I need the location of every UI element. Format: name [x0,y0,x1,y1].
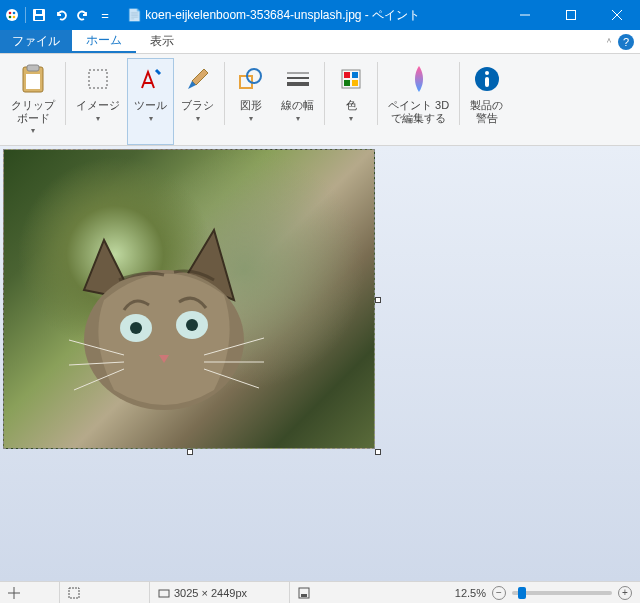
svg-rect-46 [301,594,307,597]
svg-point-4 [13,16,16,19]
brush-label: ブラシ [181,99,214,112]
help-icon[interactable]: ? [618,34,634,50]
file-size [290,582,380,603]
color-label: 色 [346,99,357,112]
separator [224,62,225,125]
zoom-slider[interactable] [512,591,612,595]
text-tool-icon [135,63,167,95]
qat-dropdown-icon[interactable]: = [97,7,113,23]
color-group[interactable]: 色 ▾ [328,58,374,145]
maximize-button[interactable] [548,0,594,30]
stroke-group[interactable]: 線の幅 ▾ [274,58,321,145]
svg-rect-25 [344,80,350,86]
cursor-position [0,582,60,603]
dropdown-icon: ▾ [149,114,153,123]
svg-rect-6 [35,16,43,20]
image-label: イメージ [76,99,120,112]
svg-point-2 [13,12,16,15]
home-tab[interactable]: ホーム [72,30,136,53]
clipboard-label: クリップ ボード [11,99,55,124]
svg-rect-26 [352,80,358,86]
undo-icon[interactable] [53,7,69,23]
resize-handle-east[interactable] [375,297,381,303]
svg-point-1 [9,12,12,15]
resize-handle-southeast[interactable] [375,449,381,455]
separator [25,7,26,23]
resize-handle-south[interactable] [187,449,193,455]
separator [377,62,378,125]
clipboard-icon [17,63,49,95]
zoom-in-button[interactable]: + [618,586,632,600]
tool-group[interactable]: ツール ▾ [127,58,174,145]
shapes-label: 図形 [240,99,262,112]
view-tab[interactable]: 表示 [136,30,188,53]
minimize-button[interactable] [502,0,548,30]
separator [65,62,66,125]
clipboard-group[interactable]: クリップ ボード ▾ [4,58,62,145]
dimensions-text: 3025 × 2449px [174,587,247,599]
stroke-label: 線の幅 [281,99,314,112]
svg-rect-29 [485,77,489,87]
ribbon-tabs: ファイル ホーム 表示 ＾ ? [0,30,640,54]
dropdown-icon: ▾ [296,114,300,123]
svg-point-28 [485,71,489,75]
svg-rect-44 [159,590,169,597]
separator [459,62,460,125]
zoom-controls: 12.5% − + [447,586,640,600]
separator [324,62,325,125]
svg-rect-15 [89,70,107,88]
dropdown-icon: ▾ [31,126,35,135]
close-button[interactable] [594,0,640,30]
selection-size [60,582,150,603]
warnings-button[interactable]: 製品の 警告 [463,58,510,145]
shapes-icon [235,63,267,95]
dropdown-icon: ▾ [349,114,353,123]
svg-point-3 [9,16,12,19]
svg-rect-43 [69,588,79,598]
svg-rect-24 [352,72,358,78]
svg-rect-14 [26,74,40,89]
image-dimensions: 3025 × 2449px [150,582,290,603]
info-icon [471,63,503,95]
dropdown-icon: ▾ [249,114,253,123]
ribbon: クリップ ボード ▾ イメージ ▾ ツール ▾ ブラシ ▾ 図形 ▾ 線の幅 ▾… [0,54,640,146]
app-icon [4,7,20,23]
window-title: 📄 koen-eijkelenboom-353684-unsplash.jpg … [117,7,502,24]
image-content [64,210,294,430]
paint3d-icon [403,63,435,95]
svg-point-32 [130,322,142,334]
shapes-group[interactable]: 図形 ▾ [228,58,274,145]
zoom-out-button[interactable]: − [492,586,506,600]
svg-point-34 [186,319,198,331]
warnings-label: 製品の 警告 [470,99,503,124]
svg-rect-7 [36,10,42,14]
color-icon [335,63,367,95]
disk-icon [298,587,310,599]
svg-point-0 [6,9,18,21]
status-bar: 3025 × 2449px 12.5% − + [0,581,640,603]
stroke-icon [282,63,314,95]
canvas-area[interactable] [0,146,640,581]
tool-label: ツール [134,99,167,112]
paint3d-button[interactable]: ペイント 3D で編集する [381,58,456,145]
select-icon [82,63,114,95]
paint3d-label: ペイント 3D で編集する [388,99,449,124]
brush-icon [182,63,214,95]
svg-rect-13 [27,65,39,71]
canvas-image[interactable] [3,149,375,449]
dropdown-icon: ▾ [96,114,100,123]
file-tab[interactable]: ファイル [0,30,72,53]
collapse-ribbon-icon[interactable]: ＾ [604,35,614,49]
selection-icon [68,587,80,599]
dropdown-icon: ▾ [196,114,200,123]
brush-group[interactable]: ブラシ ▾ [174,58,221,145]
dimensions-icon [158,587,170,599]
zoom-thumb[interactable] [518,587,526,599]
save-icon[interactable] [31,7,47,23]
svg-rect-9 [567,11,576,20]
svg-rect-23 [344,72,350,78]
zoom-percent: 12.5% [455,587,486,599]
image-group[interactable]: イメージ ▾ [69,58,127,145]
title-bar: = 📄 koen-eijkelenboom-353684-unsplash.jp… [0,0,640,30]
redo-icon[interactable] [75,7,91,23]
